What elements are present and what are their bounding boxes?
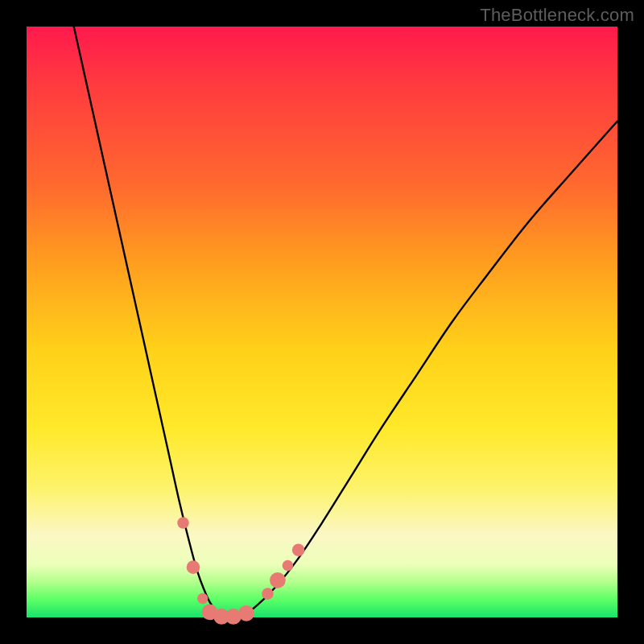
curve-marker xyxy=(283,560,294,572)
curve-marker xyxy=(270,572,286,588)
curve-markers xyxy=(177,517,304,625)
curve-marker xyxy=(187,560,200,574)
curve-marker xyxy=(238,605,254,621)
plot-background xyxy=(27,27,617,617)
curve-marker xyxy=(292,544,305,557)
curve-marker xyxy=(197,593,208,605)
curve-marker xyxy=(177,517,189,529)
watermark-text: TheBottleneck.com xyxy=(480,5,634,26)
chart-svg xyxy=(27,27,617,617)
curve-marker xyxy=(262,588,274,600)
chart-frame: TheBottleneck.com xyxy=(0,0,644,644)
bottleneck-curve xyxy=(74,27,617,617)
